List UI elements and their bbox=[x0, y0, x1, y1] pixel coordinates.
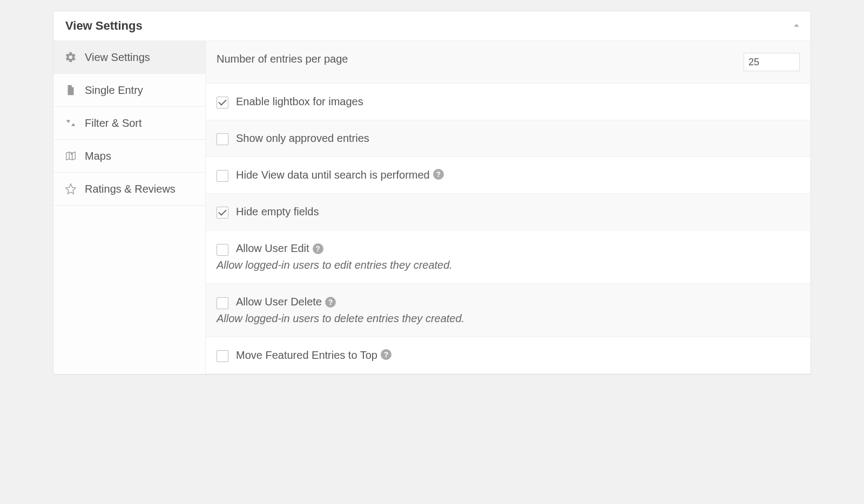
user-edit-checkbox[interactable] bbox=[217, 244, 228, 256]
star-icon bbox=[64, 182, 77, 195]
sidebar-item-ratings-reviews[interactable]: Ratings & Reviews bbox=[53, 173, 205, 206]
entries-per-page-input[interactable] bbox=[744, 53, 800, 71]
approved-only-row: Show only approved entries bbox=[206, 120, 811, 157]
approved-only-checkbox[interactable] bbox=[217, 133, 228, 145]
sidebar-item-view-settings[interactable]: View Settings bbox=[53, 41, 205, 74]
map-icon bbox=[64, 149, 77, 162]
user-delete-description: Allow logged-in users to delete entries … bbox=[217, 312, 464, 325]
view-settings-panel: View Settings View Settings Single Entry bbox=[53, 11, 811, 374]
help-icon[interactable]: ? bbox=[325, 297, 336, 308]
entries-per-page-row: Number of entries per page bbox=[206, 41, 811, 84]
featured-top-row: Move Featured Entries to Top ? bbox=[206, 337, 811, 374]
panel-body: View Settings Single Entry Filter & Sort… bbox=[53, 41, 811, 374]
sidebar-item-single-entry[interactable]: Single Entry bbox=[53, 74, 205, 107]
lightbox-row: Enable lightbox for images bbox=[206, 84, 811, 120]
user-delete-label: Allow User Delete bbox=[236, 296, 322, 308]
user-edit-description: Allow logged-in users to edit entries th… bbox=[217, 259, 453, 271]
sidebar-item-label: Filter & Sort bbox=[85, 117, 142, 130]
help-icon[interactable]: ? bbox=[381, 349, 392, 360]
sidebar-item-filter-sort[interactable]: Filter & Sort bbox=[53, 107, 205, 140]
panel-title: View Settings bbox=[65, 19, 143, 33]
sidebar-item-label: View Settings bbox=[85, 51, 150, 64]
approved-only-label: Show only approved entries bbox=[236, 132, 369, 145]
hide-empty-label: Hide empty fields bbox=[236, 206, 319, 218]
help-icon[interactable]: ? bbox=[313, 243, 323, 254]
document-icon bbox=[64, 84, 77, 97]
hide-until-search-row: Hide View data until search is performed… bbox=[206, 157, 811, 194]
featured-top-checkbox[interactable] bbox=[217, 350, 228, 362]
lightbox-checkbox[interactable] bbox=[217, 97, 228, 108]
gear-icon bbox=[64, 51, 77, 64]
featured-top-label: Move Featured Entries to Top bbox=[236, 349, 377, 362]
svg-point-0 bbox=[71, 153, 73, 155]
lightbox-label: Enable lightbox for images bbox=[236, 96, 363, 108]
hide-empty-checkbox[interactable] bbox=[217, 207, 228, 219]
settings-sidebar: View Settings Single Entry Filter & Sort… bbox=[53, 41, 206, 374]
hide-empty-row: Hide empty fields bbox=[206, 194, 811, 230]
user-delete-row: Allow User Delete ? Allow logged-in user… bbox=[206, 284, 811, 337]
sidebar-item-label: Ratings & Reviews bbox=[85, 183, 176, 195]
user-edit-row: Allow User Edit ? Allow logged-in users … bbox=[206, 230, 811, 284]
hide-until-search-checkbox[interactable] bbox=[217, 170, 228, 182]
user-delete-checkbox[interactable] bbox=[217, 297, 228, 309]
sidebar-item-label: Single Entry bbox=[85, 84, 143, 97]
help-icon[interactable]: ? bbox=[433, 169, 444, 180]
collapse-toggle[interactable] bbox=[793, 22, 800, 30]
sidebar-item-label: Maps bbox=[85, 150, 111, 162]
filter-sort-icon bbox=[64, 117, 77, 130]
user-edit-label: Allow User Edit bbox=[236, 242, 309, 255]
settings-content: Number of entries per page Enable lightb… bbox=[206, 41, 811, 374]
hide-until-search-label: Hide View data until search is performed bbox=[236, 169, 430, 181]
sidebar-item-maps[interactable]: Maps bbox=[53, 140, 205, 173]
entries-per-page-label: Number of entries per page bbox=[217, 53, 744, 65]
panel-header: View Settings bbox=[53, 11, 811, 41]
